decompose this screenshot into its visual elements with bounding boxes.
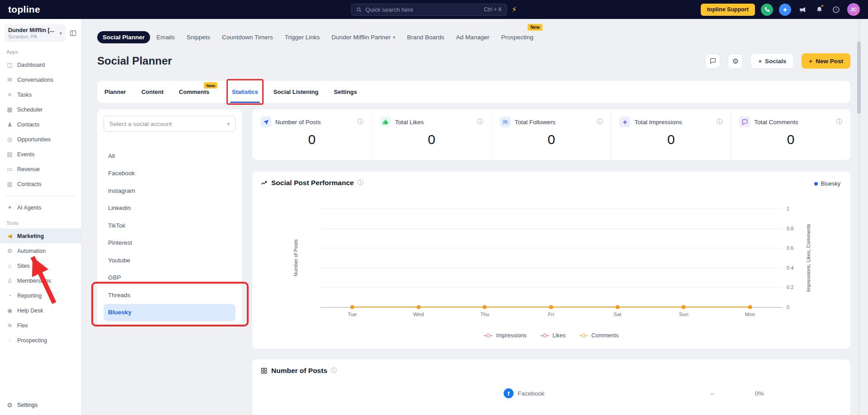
sidebar-item-memberships[interactable]: ♙Memberships — [0, 273, 81, 288]
sidebar-item-reporting[interactable]: ◔Reporting — [0, 288, 81, 303]
stat-card-total-impressions: Total Impressionsⓘ0 — [611, 109, 731, 160]
marketing-icon: ◀ — [6, 233, 13, 239]
info-icon[interactable]: ⓘ — [358, 179, 363, 187]
gridline — [320, 228, 782, 229]
search-icon — [356, 7, 362, 13]
data-point-comments — [483, 306, 486, 309]
legend-swatch-icon — [579, 334, 588, 338]
new-post-button[interactable]: + New Post — [802, 53, 850, 69]
social-account-select[interactable]: Select a social account ▾ — [104, 116, 236, 132]
info-icon[interactable]: ⓘ — [836, 118, 842, 126]
account-filter-label: Youtube — [108, 257, 130, 264]
tab-comments[interactable]: CommentsNew — [178, 81, 210, 103]
subnav-item-brand-boards[interactable]: Brand Boards — [401, 31, 450, 43]
launcher-button[interactable] — [779, 4, 791, 16]
info-icon[interactable]: ⓘ — [477, 118, 483, 126]
feedback-button[interactable] — [705, 54, 720, 69]
posts-card-title: Number of Posts — [271, 367, 327, 375]
socials-button[interactable]: + Socials — [750, 53, 794, 69]
account-filter-all[interactable]: All — [104, 147, 236, 165]
scrollbar-thumb[interactable] — [857, 42, 861, 114]
active-tab-underline — [230, 102, 260, 103]
sidebar-item-revenue[interactable]: ▭Revenue — [0, 162, 81, 177]
sidebar-item-help-desk[interactable]: ◉Help Desk — [0, 303, 81, 318]
info-icon[interactable]: ⓘ — [717, 118, 722, 126]
sidebar-item-settings[interactable]: ⚙ Settings — [0, 398, 81, 412]
y-axis-tick-label: 0 — [787, 304, 789, 310]
account-filter-linkedin[interactable]: Linkedin — [104, 200, 236, 217]
tab-settings[interactable]: Settings — [333, 81, 358, 103]
legend-swatch-icon — [540, 334, 549, 338]
user-avatar[interactable]: JC — [847, 3, 860, 16]
y-axis-ticks: 10.80.60.40.20 — [787, 209, 802, 307]
sidebar-item-label: Opportunities — [17, 136, 51, 143]
help-button[interactable]: ? — [830, 4, 841, 15]
sidebar-item-automation[interactable]: ⚙Automation — [0, 243, 81, 258]
tab-statistics[interactable]: Statistics — [231, 81, 259, 103]
account-filter-instagram[interactable]: Instagram — [104, 182, 236, 200]
sidebar-item-label: Contacts — [17, 121, 39, 128]
prospecting-icon: ◌ — [6, 337, 13, 344]
sidebar-item-sites[interactable]: ⌂Sites — [0, 258, 81, 273]
legend-item-comments[interactable]: Comments — [579, 332, 618, 339]
subnav-item-snippets[interactable]: Snippets — [181, 31, 216, 43]
info-icon[interactable]: ⓘ — [597, 118, 603, 126]
page-title: Social Planner — [97, 55, 172, 67]
subnav-item-ad-manager[interactable]: Ad Manager — [451, 31, 495, 43]
facebook-icon: f — [504, 388, 514, 398]
account-filter-gbp[interactable]: GBP — [104, 269, 236, 287]
sidebar-item-scheduler[interactable]: ▦Scheduler — [0, 102, 81, 117]
stats-summary-card: Number of Postsⓘ0Total Likesⓘ0Total Foll… — [252, 109, 850, 160]
account-switcher[interactable]: Dunder Mifflin [... Scranton, PA ▾ — [5, 24, 66, 42]
sidebar-item-contracts[interactable]: ▥Contracts — [0, 177, 81, 191]
app-logo[interactable]: topline — [8, 4, 40, 15]
subnav-item-dunder-mifflin-partner[interactable]: Dunder Mifflin Partner▾ — [326, 31, 401, 43]
legend-item-likes[interactable]: Likes — [540, 332, 566, 339]
subnav-item-trigger-links[interactable]: Trigger Links — [279, 31, 326, 43]
quick-actions-button[interactable]: ⚡ — [512, 6, 517, 14]
phone-button[interactable] — [761, 4, 773, 16]
sidebar-item-marketing[interactable]: ◀Marketing — [0, 228, 81, 243]
subnav-item-emails[interactable]: Emails — [151, 31, 180, 43]
chart-title: Social Post Performance — [271, 179, 354, 187]
account-filter-facebook[interactable]: Facebook — [104, 165, 236, 182]
planner-settings-button[interactable]: ⚙ — [728, 54, 743, 69]
legend-item-impressions[interactable]: Impressions — [484, 332, 526, 339]
question-icon: ? — [832, 6, 840, 14]
sidebar-item-contacts[interactable]: ♟Contacts — [0, 117, 81, 132]
sidebar-item-events[interactable]: ▤Events — [0, 147, 81, 162]
info-icon[interactable]: ⓘ — [331, 367, 337, 375]
account-filter-label: Bluesky — [108, 309, 132, 316]
announcements-button[interactable] — [797, 4, 808, 15]
page-scrollbar[interactable] — [857, 19, 861, 415]
support-button[interactable]: topline Support — [701, 4, 755, 16]
global-search-input[interactable]: Quick search here Ctrl + K — [351, 4, 507, 16]
subnav-item-countdown-timers[interactable]: Countdown Timers — [217, 31, 278, 43]
tab-content[interactable]: Content — [141, 81, 165, 103]
x-axis-label: Thu — [480, 312, 489, 317]
account-filter-threads[interactable]: Threads — [104, 286, 236, 304]
sidebar-item-flex[interactable]: ≋Flex — [0, 318, 81, 333]
tab-social-listening[interactable]: Social Listening — [273, 81, 320, 103]
sidebar-item-ai-agents[interactable]: ✦AI Agents — [0, 200, 81, 215]
account-filter-tiktok[interactable]: TikTok — [104, 217, 236, 234]
subnav-item-prospecting[interactable]: ProspectingNew — [495, 31, 538, 43]
subnav-item-social-planner[interactable]: Social Planner — [97, 31, 150, 43]
notifications-button[interactable] — [814, 4, 825, 15]
sidebar-item-prospecting[interactable]: ◌Prospecting — [0, 333, 81, 348]
global-search-area: Quick search here Ctrl + K ⚡ — [351, 4, 517, 16]
accounts-list: AllFacebookInstagramLinkedinTikTokPinter… — [104, 147, 236, 321]
social-post-performance-card: Social Post Performance ⓘ Bluesky Number… — [252, 172, 850, 349]
sidebar-item-dashboard[interactable]: ◫Dashboard — [0, 57, 81, 72]
account-filter-bluesky[interactable]: Bluesky — [104, 304, 236, 322]
account-filter-label: TikTok — [108, 222, 126, 229]
account-filter-pinterest[interactable]: Pinterest — [104, 234, 236, 252]
tab-planner[interactable]: Planner — [104, 81, 127, 103]
sidebar-item-opportunities[interactable]: ◎Opportunities — [0, 132, 81, 147]
account-filter-youtube[interactable]: Youtube — [104, 252, 236, 269]
sidebar-item-tasks[interactable]: ≡Tasks — [0, 87, 81, 102]
collapse-sidebar-button[interactable] — [69, 29, 77, 37]
sidebar-item-conversations[interactable]: ✉Conversations — [0, 72, 81, 87]
subnav-item-label: Countdown Timers — [222, 34, 273, 41]
info-icon[interactable]: ⓘ — [358, 118, 363, 126]
